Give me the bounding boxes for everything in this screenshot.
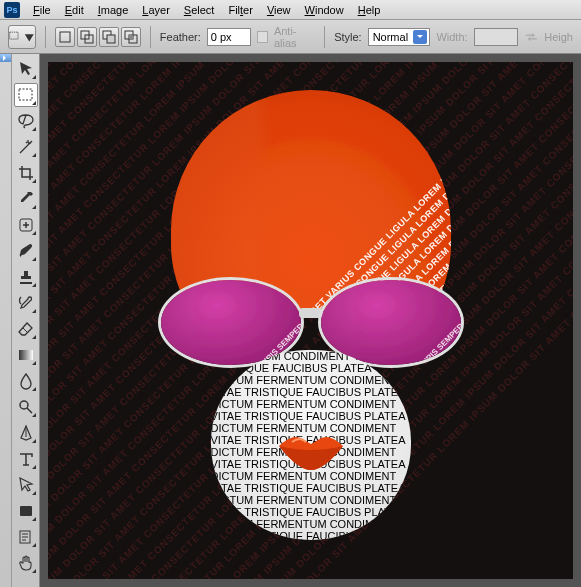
- artwork-face: SOLICITUDIN EGET VARIUS CONGUE LIGULA LO…: [141, 90, 481, 530]
- tool-healing[interactable]: [14, 213, 38, 237]
- tool-shape[interactable]: [14, 499, 38, 523]
- tool-dodge[interactable]: [14, 395, 38, 419]
- subtract-selection-button[interactable]: [99, 27, 119, 47]
- svg-rect-5: [107, 35, 115, 43]
- workspace: LOREM IPSUM DOLOR SIT AMET CONSECTETUR L…: [0, 54, 581, 587]
- antialias-checkbox: [257, 31, 268, 43]
- svg-rect-1: [60, 32, 70, 42]
- tool-brush[interactable]: [14, 239, 38, 263]
- svg-rect-8: [129, 35, 133, 39]
- menu-bar: Ps FileEditImageLayerSelectFilterViewWin…: [0, 0, 581, 20]
- tool-blur[interactable]: [14, 369, 38, 393]
- tool-stamp[interactable]: [14, 265, 38, 289]
- tool-eraser[interactable]: [14, 317, 38, 341]
- tool-wand[interactable]: [14, 135, 38, 159]
- tool-preset-button[interactable]: [8, 25, 36, 49]
- toolbox-collapse-strip[interactable]: [0, 54, 12, 587]
- style-select[interactable]: Normal: [368, 28, 431, 46]
- menu-image[interactable]: Image: [91, 2, 136, 18]
- menu-view[interactable]: View: [260, 2, 298, 18]
- tool-hand[interactable]: [14, 551, 38, 575]
- tool-type[interactable]: [14, 447, 38, 471]
- menu-window[interactable]: Window: [298, 2, 351, 18]
- svg-rect-11: [19, 350, 33, 360]
- menu-filter[interactable]: Filter: [221, 2, 259, 18]
- document-canvas[interactable]: LOREM IPSUM DOLOR SIT AMET CONSECTETUR L…: [48, 62, 573, 579]
- canvas-area: LOREM IPSUM DOLOR SIT AMET CONSECTETUR L…: [40, 54, 581, 587]
- artwork-hair: SOLICITUDIN EGET VARIUS CONGUE LIGULA LO…: [171, 90, 451, 310]
- add-selection-button[interactable]: [77, 27, 97, 47]
- svg-rect-0: [10, 32, 18, 39]
- toolbox: [12, 54, 40, 587]
- menu-help[interactable]: Help: [351, 2, 388, 18]
- feather-input[interactable]: [207, 28, 251, 46]
- swap-icon: [524, 29, 539, 45]
- selection-mode-group: [55, 27, 141, 47]
- menu-select[interactable]: Select: [177, 2, 222, 18]
- tool-history-brush[interactable]: [14, 291, 38, 315]
- artwork-lips: [274, 430, 348, 470]
- svg-rect-13: [20, 506, 32, 516]
- dropdown-arrow-icon: [413, 30, 427, 44]
- intersect-selection-button[interactable]: [121, 27, 141, 47]
- options-bar: Feather: Anti-alias Style: Normal Width:…: [0, 20, 581, 54]
- tool-move[interactable]: [14, 57, 38, 81]
- menu-layer[interactable]: Layer: [135, 2, 177, 18]
- tool-lasso[interactable]: [14, 109, 38, 133]
- tool-path-select[interactable]: [14, 473, 38, 497]
- antialias-label: Anti-alias: [274, 25, 315, 49]
- width-input: [474, 28, 518, 46]
- svg-rect-9: [19, 89, 32, 100]
- feather-label: Feather:: [160, 31, 201, 43]
- tool-gradient[interactable]: [14, 343, 38, 367]
- tool-crop[interactable]: [14, 161, 38, 185]
- style-value: Normal: [373, 31, 408, 43]
- svg-point-12: [20, 401, 28, 409]
- tool-notes[interactable]: [14, 525, 38, 549]
- menu-file[interactable]: File: [26, 2, 58, 18]
- app-logo: Ps: [4, 2, 20, 18]
- style-label: Style:: [334, 31, 362, 43]
- new-selection-button[interactable]: [55, 27, 75, 47]
- tool-pen[interactable]: [14, 421, 38, 445]
- tool-marquee[interactable]: [14, 83, 38, 107]
- tool-eyedropper[interactable]: [14, 187, 38, 211]
- height-label: Heigh: [544, 31, 573, 43]
- menu-edit[interactable]: Edit: [58, 2, 91, 18]
- width-label: Width:: [436, 31, 467, 43]
